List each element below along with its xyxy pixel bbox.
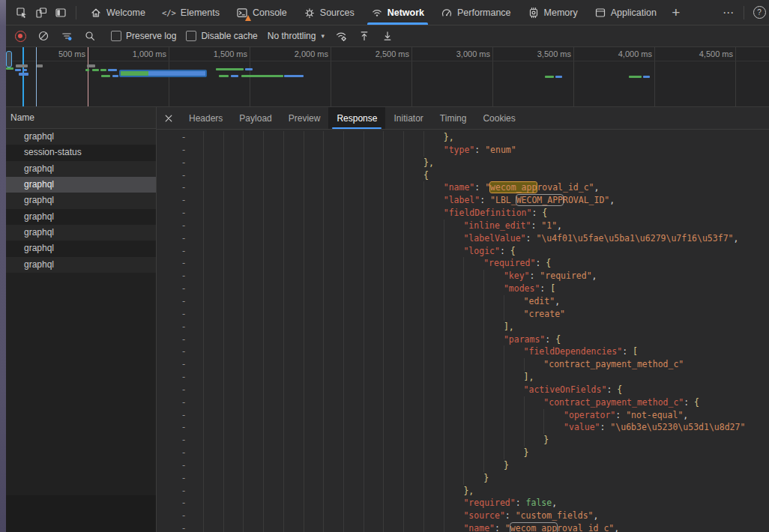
request-list-footer [6, 495, 156, 532]
fold-marker-icon[interactable]: - [180, 459, 187, 472]
preserve-log-label: Preserve log [126, 31, 176, 41]
request-row[interactable]: graphql [6, 161, 156, 177]
timeline-tick-label: 4,500 ms [675, 49, 733, 58]
fold-marker-icon[interactable]: - [180, 308, 187, 321]
devtools-window: Welcome</>ElementsConsoleSourcesNetworkP… [0, 0, 769, 532]
range-selection-line [22, 47, 24, 106]
device-emulation-icon[interactable] [31, 3, 51, 22]
filter-icon[interactable] [60, 26, 73, 46]
divider [76, 6, 76, 19]
detail-tab-timing[interactable]: Timing [432, 107, 475, 129]
detail-tab-response[interactable]: Response [328, 107, 385, 129]
fold-marker-icon[interactable]: - [180, 157, 187, 169]
waterfall-bar [16, 64, 28, 67]
tab-label: Welcome [106, 7, 145, 18]
fold-marker-icon[interactable]: - [180, 207, 187, 220]
code-line: -"label": "LBL_WECOM_APPROVAL_ID", [157, 194, 769, 207]
code-line: -{ [157, 169, 769, 182]
tab-memory[interactable]: Memory [519, 0, 586, 25]
tab-network[interactable]: Network [363, 0, 432, 25]
fold-marker-icon[interactable]: - [180, 282, 187, 295]
import-har-icon[interactable] [358, 26, 371, 46]
fold-marker-icon[interactable]: - [180, 472, 187, 485]
request-list-panel: Name graphqlsession-statusgraphqlgraphql… [6, 107, 156, 532]
tab-elements[interactable]: </>Elements [154, 0, 228, 25]
search-icon[interactable] [83, 26, 97, 46]
request-row[interactable]: graphql [6, 209, 156, 225]
fold-marker-icon[interactable]: - [180, 396, 187, 409]
request-row[interactable]: graphql [6, 257, 156, 273]
request-row[interactable]: session-status [6, 145, 156, 160]
help-icon[interactable]: ? [750, 3, 769, 22]
code-line: -"key": "required", [157, 270, 769, 282]
request-row[interactable]: graphql [6, 193, 156, 208]
fold-marker-icon[interactable]: - [180, 321, 187, 333]
fold-marker-icon[interactable]: - [180, 358, 187, 371]
inspect-icon[interactable] [12, 3, 31, 22]
layout-panel-icon[interactable] [51, 3, 70, 22]
detail-tab-headers[interactable]: Headers [181, 107, 231, 129]
fold-marker-icon[interactable]: - [180, 522, 187, 532]
tab-sources[interactable]: Sources [295, 0, 363, 25]
search-match: WECOM_APP [516, 195, 563, 205]
preserve-log-checkbox[interactable]: Preserve log [111, 31, 176, 41]
fold-marker-icon[interactable]: - [180, 169, 187, 182]
response-body[interactable]: -},-"type": "enum"-},-{-"name": "wecom_a… [157, 130, 769, 532]
request-row[interactable]: graphql [6, 241, 156, 256]
timeline-range-handle[interactable] [6, 51, 12, 67]
fold-marker-icon[interactable]: - [180, 510, 187, 522]
tab-application[interactable]: Application [586, 0, 665, 25]
checkbox-box [111, 31, 121, 41]
disable-cache-checkbox[interactable]: Disable cache [186, 31, 257, 41]
more-tools-icon[interactable]: ⋯ [719, 3, 738, 22]
fold-marker-icon[interactable]: - [180, 144, 187, 157]
fold-marker-icon[interactable]: - [180, 295, 187, 308]
record-button[interactable] [13, 26, 27, 46]
tab-welcome[interactable]: Welcome [82, 0, 154, 25]
detail-tab-payload[interactable]: Payload [231, 107, 280, 129]
fold-marker-icon[interactable]: - [180, 485, 187, 498]
warning-badge [245, 15, 251, 21]
network-conditions-icon[interactable] [334, 26, 348, 46]
indent-guides [203, 497, 459, 510]
timeline-overview[interactable]: 500 ms1,000 ms1,500 ms2,000 ms2,500 ms3,… [6, 47, 769, 107]
fold-marker-icon[interactable]: - [180, 270, 187, 282]
fold-marker-icon[interactable]: - [180, 345, 187, 358]
code-line: -], [157, 321, 769, 333]
close-detail-icon[interactable] [157, 107, 181, 129]
tab-label: Application [611, 7, 657, 18]
divider [744, 6, 744, 19]
fold-marker-icon[interactable]: - [180, 257, 187, 270]
timeline-tick-label: 3,500 ms [513, 49, 571, 58]
waterfall-bar [6, 67, 13, 70]
fold-marker-icon[interactable]: - [180, 371, 187, 384]
fold-marker-icon[interactable]: - [180, 194, 187, 207]
detail-tab-initiator[interactable]: Initiator [385, 107, 431, 129]
fold-marker-icon[interactable]: - [180, 409, 187, 422]
add-tab-button[interactable]: + [666, 3, 686, 22]
fold-marker-icon[interactable]: - [180, 131, 187, 144]
clear-button[interactable] [37, 26, 50, 46]
fold-marker-icon[interactable]: - [180, 181, 187, 194]
fold-marker-icon[interactable]: - [180, 384, 187, 396]
fold-marker-icon[interactable]: - [180, 497, 187, 510]
fold-marker-icon[interactable]: - [180, 245, 187, 258]
fold-marker-icon[interactable]: - [180, 421, 187, 434]
fold-marker-icon[interactable]: - [180, 447, 187, 459]
fold-marker-icon[interactable]: - [180, 333, 187, 346]
request-row[interactable]: graphql [6, 129, 156, 145]
export-har-icon[interactable] [381, 26, 394, 46]
name-column-header[interactable]: Name [6, 107, 156, 129]
fold-marker-icon[interactable]: - [180, 220, 187, 232]
indent-guides [203, 181, 439, 194]
tab-performance[interactable]: Performance [432, 0, 519, 25]
request-row[interactable]: graphql [6, 225, 156, 241]
detail-tab-cookies[interactable]: Cookies [474, 107, 523, 129]
tab-console[interactable]: Console [228, 0, 295, 25]
fold-marker-icon[interactable]: - [180, 232, 187, 245]
throttling-select[interactable]: No throttling ▾ [268, 31, 325, 41]
waterfall-bar [19, 73, 28, 76]
request-row[interactable]: graphql [6, 177, 156, 193]
detail-tab-preview[interactable]: Preview [280, 107, 329, 129]
fold-marker-icon[interactable]: - [180, 434, 187, 447]
